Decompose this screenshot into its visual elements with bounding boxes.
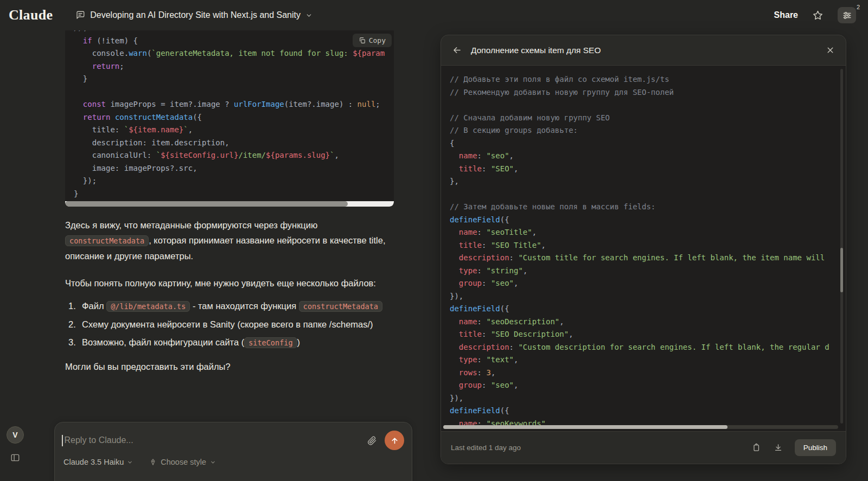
- artifact-vscrollbar-thumb[interactable]: [840, 248, 843, 292]
- code-line: [450, 188, 838, 201]
- code-line: // Сначала добавим новую группу SEO: [450, 112, 838, 125]
- clipboard-icon: [751, 443, 761, 452]
- sidebar-toggle-button[interactable]: [10, 453, 20, 463]
- publish-button[interactable]: Publish: [795, 439, 836, 456]
- code-content: //, if (!item) { console.warn(`generateM…: [74, 30, 394, 200]
- code-line: image: imageProps?.src,: [74, 162, 394, 175]
- send-button[interactable]: [385, 431, 404, 450]
- top-bar: Claude Developing an AI Directory Site w…: [0, 0, 868, 30]
- pen-nib-icon: [149, 458, 157, 466]
- close-icon: [826, 46, 835, 55]
- paperclip-icon: [367, 435, 377, 446]
- copy-button[interactable]: Copy: [353, 34, 392, 47]
- claude-logo[interactable]: Claude: [9, 7, 53, 23]
- code-line: defineField({: [450, 405, 838, 418]
- list-item-text: Файл @/lib/metadata.ts - там находится ф…: [82, 301, 382, 311]
- code-line: description: item.description,: [74, 137, 394, 150]
- code-line: name: "seo",: [450, 150, 838, 163]
- code-line: }: [74, 188, 394, 201]
- code-line: });: [74, 175, 394, 188]
- user-avatar[interactable]: V: [7, 426, 24, 444]
- list-item: 1.Файл @/lib/metadata.ts - там находится…: [65, 298, 404, 314]
- chat-bubble-icon: [75, 10, 85, 20]
- list-item: 2.Схему документа нейросети в Sanity (ск…: [65, 317, 404, 332]
- share-button[interactable]: Share: [774, 10, 798, 20]
- chevron-down-icon: [210, 459, 216, 465]
- code-line: const imageProps = item?.image ? urlForI…: [74, 98, 394, 111]
- artifact-title: Дополнение схемы item для SEO: [471, 46, 601, 55]
- code-line: title: `${item.name}`,: [74, 124, 394, 137]
- code-line: return constructMetadata({: [74, 111, 394, 124]
- code-line: type: "text",: [450, 354, 838, 367]
- top-bar-actions: Share 2: [774, 7, 856, 23]
- code-line: title: "SEO Description",: [450, 328, 838, 341]
- code-line: // Рекомендую добавить новую группу для …: [450, 86, 838, 99]
- arrow-left-icon: [452, 45, 462, 55]
- code-hscrollbar-thumb[interactable]: [65, 201, 348, 207]
- artifact-footer: Last edited 1 day ago Publish: [441, 431, 846, 464]
- download-button[interactable]: [774, 443, 783, 452]
- message-paragraph: Чтобы понять полную картину, мне нужно у…: [65, 275, 404, 291]
- code-block: //, if (!item) { console.warn(`generateM…: [65, 30, 394, 207]
- reply-input-card: Reply to Claude... Claude 3.5 Haiku Choo…: [54, 422, 412, 481]
- reply-input[interactable]: Reply to Claude...: [65, 435, 133, 445]
- artifact-code-viewport: // Добавьте эти поля в файл со схемой it…: [441, 66, 846, 431]
- code-line: [450, 99, 838, 112]
- code-line: name: "seoDescription",: [450, 316, 838, 329]
- inline-code: constructMetadata: [65, 235, 149, 246]
- chevron-down-icon: [127, 459, 133, 465]
- artifact-code: // Добавьте эти поля в файл со схемой it…: [441, 66, 846, 431]
- artifact-panel: Дополнение схемы item для SEO // Добавьт…: [441, 35, 846, 464]
- favorite-button[interactable]: [812, 10, 824, 21]
- composer-options: Claude 3.5 Haiku Choose style: [55, 450, 412, 466]
- last-edited-text: Last edited 1 day ago: [451, 444, 521, 452]
- code-line: description: "Custom title for search en…: [450, 252, 838, 265]
- sliders-icon: [842, 10, 852, 21]
- list-item: 3.Возможно, файл конфигурации сайта (sit…: [65, 335, 404, 350]
- message-paragraph: Могли бы вы предоставить эти файлы?: [65, 359, 404, 374]
- style-selector[interactable]: Choose style: [149, 458, 216, 466]
- code-line: console.warn(`generateMetadata, item not…: [74, 47, 394, 60]
- artifact-hscrollbar-thumb[interactable]: [443, 425, 727, 429]
- chat-title-dropdown[interactable]: Developing an AI Directory Site with Nex…: [75, 10, 312, 20]
- download-icon: [774, 443, 783, 452]
- code-line: {: [450, 137, 838, 150]
- code-line: canonicalUrl: `${siteConfig.url}/item/${…: [74, 149, 394, 162]
- list-item-text: Схему документа нейросети в Sanity (скор…: [82, 319, 373, 329]
- code-hscrollbar: [65, 201, 394, 207]
- copy-button-label: Copy: [369, 36, 386, 44]
- model-selector[interactable]: Claude 3.5 Haiku: [63, 458, 133, 466]
- code-line: }),: [450, 392, 838, 405]
- code-line: [74, 86, 394, 99]
- code-line: if (!item) {: [74, 35, 394, 48]
- code-line: group: "seo",: [450, 379, 838, 392]
- chat-area: //, if (!item) { console.warn(`generateM…: [0, 30, 429, 422]
- chevron-down-icon: [305, 12, 312, 19]
- copy-artifact-button[interactable]: [751, 443, 761, 452]
- code-line: defineField({: [450, 214, 838, 227]
- style-label: Choose style: [161, 458, 206, 466]
- code-line: // Добавьте эти поля в файл со схемой it…: [450, 73, 838, 86]
- list-number: 2.: [68, 317, 76, 332]
- close-button[interactable]: [826, 46, 835, 55]
- code-line: return;: [74, 60, 394, 73]
- settings-badge: 2: [857, 4, 860, 10]
- artifact-hscrollbar: [443, 425, 838, 429]
- list-number: 3.: [68, 335, 76, 350]
- text-caret: [62, 435, 63, 446]
- code-line: description: "Custom description for sea…: [450, 341, 838, 354]
- code-line: // Затем добавьте новые поля в массив fi…: [450, 201, 838, 214]
- inline-code: @/lib/metadata.ts: [106, 301, 190, 312]
- code-line: }: [74, 73, 394, 86]
- settings-button[interactable]: 2: [838, 7, 856, 23]
- code-line: rows: 3,: [450, 367, 838, 380]
- inline-code: constructMetadata: [299, 301, 382, 312]
- model-label: Claude 3.5 Haiku: [63, 458, 124, 466]
- message-list: 1.Файл @/lib/metadata.ts - там находится…: [65, 298, 404, 350]
- code-line: title: "SEO",: [450, 163, 838, 176]
- back-button[interactable]: [452, 45, 462, 55]
- attach-button[interactable]: [367, 435, 377, 446]
- message-paragraph: Здесь я вижу, что метаданные формируются…: [65, 217, 404, 264]
- artifact-vscrollbar: [840, 69, 843, 424]
- arrow-up-icon: [390, 436, 399, 445]
